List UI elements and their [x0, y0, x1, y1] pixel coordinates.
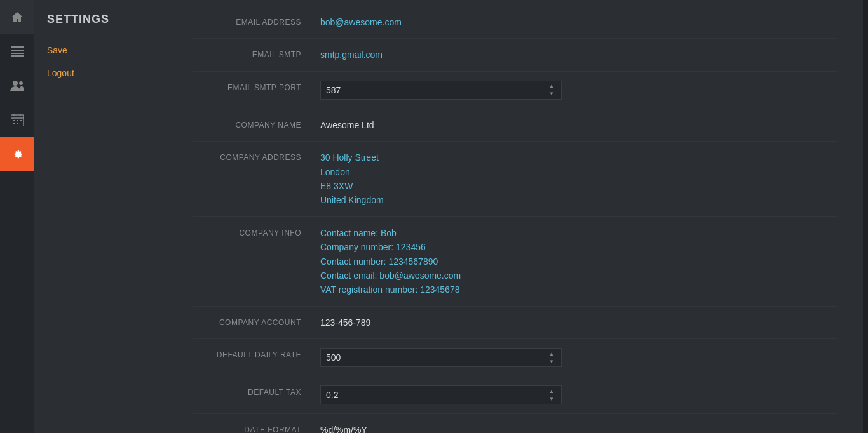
number-value-8: 0.2 [326, 390, 547, 400]
form-row: DATE FORMAT%d/%m/%Y [193, 414, 837, 433]
svg-rect-12 [20, 120, 22, 121]
svg-rect-2 [11, 53, 24, 54]
number-input-7[interactable]: 500▲▼ [320, 348, 562, 367]
form-row: EMAIL ADDRESSbob@awesome.com [193, 6, 837, 39]
form-label-company-account: COMPANY ACCOUNT [193, 316, 320, 327]
logout-button[interactable]: Logout [34, 62, 168, 84]
form-label-email-address: EMAIL ADDRESS [193, 15, 320, 27]
number-value-2: 587 [326, 85, 547, 95]
field-value-6: 123-456-789 [320, 316, 837, 330]
svg-point-5 [19, 81, 23, 85]
field-value-5: Contact name: Bob Company number: 123456… [320, 226, 837, 297]
form-row: COMPANY ACCOUNT123-456-789 [193, 307, 837, 339]
form-label-email-smtp: EMAIL SMTP [193, 48, 320, 59]
svg-rect-11 [17, 120, 18, 121]
spinner-down-7[interactable]: ▼ [547, 358, 556, 364]
svg-rect-0 [11, 46, 24, 48]
spinner-down-8[interactable]: ▼ [547, 396, 556, 402]
form-row: COMPANY INFOContact name: Bob Company nu… [193, 217, 837, 307]
form-row: EMAIL SMTP PORT587▲▼ [193, 72, 837, 109]
list-icon[interactable] [0, 34, 34, 69]
svg-rect-3 [11, 55, 24, 57]
field-value-1: smtp.gmail.com [320, 48, 837, 62]
svg-rect-14 [17, 123, 18, 124]
page-title: SETTINGS [34, 13, 168, 39]
scrollbar [863, 0, 868, 433]
spinner-up-8[interactable]: ▲ [547, 388, 556, 394]
form-row: COMPANY NAMEAwesome Ltd [193, 109, 837, 142]
svg-point-4 [13, 81, 18, 86]
users-icon[interactable] [0, 69, 34, 103]
form-label-default-daily-rate: DEFAULT DAILY RATE [193, 348, 320, 359]
settings-form: EMAIL ADDRESSbob@awesome.comEMAIL SMTPsm… [168, 0, 863, 433]
svg-rect-1 [11, 50, 24, 51]
form-row: COMPANY ADDRESS30 Holly Street London E8… [193, 142, 837, 217]
calendar-icon[interactable] [0, 103, 34, 137]
field-value-3: Awesome Ltd [320, 118, 837, 132]
number-value-7: 500 [326, 352, 547, 363]
form-label-company-info: COMPANY INFO [193, 226, 320, 237]
left-panel: SETTINGS Save Logout [34, 0, 168, 433]
save-button[interactable]: Save [34, 39, 168, 62]
form-label-default-tax: DEFAULT TAX [193, 385, 320, 397]
form-label-company-address: COMPANY ADDRESS [193, 150, 320, 162]
spinner-up-7[interactable]: ▲ [547, 350, 556, 357]
form-row: DEFAULT TAX0.2▲▼ [193, 376, 837, 414]
settings-icon[interactable] [0, 137, 34, 171]
form-label-company-name: COMPANY NAME [193, 118, 320, 130]
svg-rect-10 [13, 120, 15, 121]
sidebar [0, 0, 34, 433]
field-value-0: bob@awesome.com [320, 15, 837, 29]
form-label-date-format: DATE FORMAT [193, 423, 320, 433]
home-icon[interactable] [0, 0, 34, 34]
field-value-9: %d/%m/%Y [320, 423, 837, 433]
form-row: DEFAULT DAILY RATE500▲▼ [193, 339, 837, 376]
number-input-2[interactable]: 587▲▼ [320, 81, 562, 100]
content-wrapper: SETTINGS Save Logout EMAIL ADDRESSbob@aw… [34, 0, 868, 433]
svg-rect-13 [13, 123, 15, 124]
number-input-8[interactable]: 0.2▲▼ [320, 385, 562, 404]
spinner-up-2[interactable]: ▲ [547, 83, 556, 90]
spinner-down-2[interactable]: ▼ [547, 91, 556, 97]
field-value-4: 30 Holly Street London E8 3XW United Kin… [320, 150, 837, 208]
form-label-email-smtp-port: EMAIL SMTP PORT [193, 81, 320, 92]
form-row: EMAIL SMTPsmtp.gmail.com [193, 39, 837, 71]
